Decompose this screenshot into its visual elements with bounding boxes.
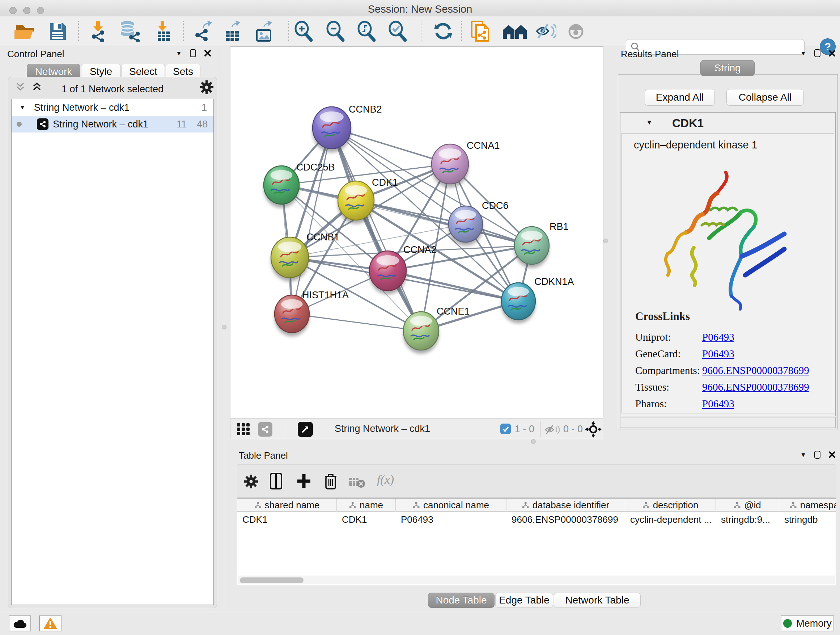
float-panel-icon[interactable]: ▼ <box>176 50 182 57</box>
cell-id: stringdb:9... <box>716 512 779 527</box>
expand-all-button[interactable]: Expand All <box>645 89 715 106</box>
save-session-button[interactable] <box>49 17 66 45</box>
column-label: description <box>653 500 699 511</box>
network-node-CCNB1[interactable] <box>271 237 309 281</box>
node-label-CCNA1: CCNA1 <box>467 140 500 151</box>
node-label-CCNE1: CCNE1 <box>437 306 470 317</box>
add-column-icon[interactable] <box>297 473 311 489</box>
network-node-CDKN1A[interactable] <box>501 283 535 323</box>
network-node-HIST1H1A[interactable] <box>275 295 309 336</box>
home-button[interactable] <box>502 17 527 45</box>
close-panel-icon[interactable] <box>829 451 836 458</box>
tab-string-results[interactable]: String <box>700 60 755 76</box>
column-header[interactable]: description <box>625 499 716 511</box>
tab-network-table[interactable]: Network Table <box>554 593 641 608</box>
selected-nodes-checkbox[interactable] <box>500 424 511 434</box>
node-table[interactable]: shared name name canonical name database… <box>237 498 836 585</box>
current-network-dot-icon <box>17 122 22 127</box>
tree-expand-caret-icon[interactable]: ▼ <box>19 104 25 111</box>
attribute-icon <box>790 502 797 509</box>
splitter-handle[interactable] <box>531 439 536 444</box>
crosslink-uniprot-link[interactable]: P06493 <box>702 331 734 343</box>
zoom-out-button[interactable] <box>325 17 346 45</box>
show-panels-button[interactable] <box>567 17 585 45</box>
zoom-selected-icon <box>388 21 408 42</box>
crosslink-genecard-link[interactable]: P06493 <box>702 348 734 360</box>
network-node-CCNA2[interactable] <box>369 251 406 295</box>
network-graph[interactable]: CCNB2CCNA1CDC25BCDK1CDC6RB1CCNB1CCNA2CDK… <box>231 47 603 418</box>
export-network-button[interactable] <box>193 17 213 45</box>
zoom-selected-button[interactable] <box>388 17 408 45</box>
table-hscrollbar[interactable] <box>238 576 835 584</box>
zoom-fit-button[interactable] <box>357 17 377 45</box>
network-node-RB1[interactable] <box>515 226 549 268</box>
crosslink-pharos-link[interactable]: P06493 <box>702 398 734 410</box>
collapse-all-button[interactable]: Collapse All <box>726 89 804 106</box>
splitter-handle[interactable] <box>222 325 226 329</box>
clone-network-button[interactable] <box>470 17 491 45</box>
crosslink-tissues-link[interactable]: 9606.ENSP00000378699 <box>702 381 809 393</box>
float-panel-icon[interactable]: ▼ <box>800 50 806 57</box>
detach-view-icon[interactable] <box>298 422 313 437</box>
tab-edge-table[interactable]: Edge Table <box>495 593 553 608</box>
table-hscrollbar-thumb[interactable] <box>240 578 303 583</box>
network-node-CDC25B[interactable] <box>264 166 299 208</box>
network-collection-row[interactable]: ▼ String Network – cdk1 1 <box>11 99 213 116</box>
collapse-protein-caret-icon[interactable]: ▼ <box>646 119 653 126</box>
memory-button[interactable]: Memory <box>781 616 834 631</box>
show-columns-icon[interactable] <box>270 473 282 489</box>
import-network-button[interactable] <box>88 17 109 45</box>
network-node-CCNA1[interactable] <box>431 144 469 187</box>
network-node-CDC6[interactable] <box>448 206 483 246</box>
zoom-in-icon <box>294 21 314 42</box>
import-table-button[interactable] <box>153 17 173 45</box>
cloud-status-button[interactable] <box>9 616 31 631</box>
import-network-from-database-button[interactable] <box>118 17 141 45</box>
network-options-gear-icon[interactable] <box>199 80 214 95</box>
table-row[interactable]: CDK1 CDK1 P06493 9606.ENSP00000378699 cy… <box>237 512 836 527</box>
export-table-icon <box>223 21 242 42</box>
undock-panel-icon[interactable] <box>190 49 196 57</box>
undock-panel-icon[interactable] <box>814 49 821 57</box>
toolbar-divider <box>461 21 462 41</box>
table-settings-gear-icon[interactable] <box>244 474 258 489</box>
navigator-crosshair-icon[interactable] <box>585 421 602 438</box>
birdseye-grid-icon[interactable] <box>237 423 250 435</box>
export-table-button[interactable] <box>223 17 242 45</box>
column-header[interactable]: @id <box>716 499 779 511</box>
column-header[interactable]: database identifier <box>507 499 625 511</box>
warning-icon <box>44 618 57 629</box>
network-node-CCNB2[interactable] <box>313 107 351 152</box>
close-panel-icon[interactable] <box>204 50 211 57</box>
hide-panels-button[interactable] <box>535 17 556 45</box>
column-header[interactable]: shared name <box>237 499 337 511</box>
network-canvas[interactable]: CCNB2CCNA1CDC25BCDK1CDC6RB1CCNB1CCNA2CDK… <box>230 46 603 418</box>
column-label: namespace <box>800 500 836 511</box>
node-label-CCNB2: CCNB2 <box>349 104 382 115</box>
column-header[interactable]: name <box>337 499 396 511</box>
network-node-CDK1[interactable] <box>338 181 374 224</box>
float-panel-icon[interactable]: ▼ <box>800 452 806 458</box>
undock-panel-icon[interactable] <box>814 451 821 459</box>
results-scrollbar-track[interactable] <box>620 417 836 428</box>
column-header[interactable]: canonical name <box>396 499 507 511</box>
close-panel-icon[interactable] <box>829 50 836 57</box>
crosslink-compartments-link[interactable]: 9606.ENSP00000378699 <box>702 364 809 377</box>
string-view-badge-icon[interactable] <box>258 422 272 437</box>
warning-status-button[interactable] <box>39 616 62 631</box>
network-collection-label: String Network – cdk1 <box>34 102 129 113</box>
export-image-button[interactable] <box>254 17 274 45</box>
zoom-fit-icon <box>357 21 377 42</box>
refresh-button[interactable] <box>433 17 453 45</box>
toolbar-divider <box>78 21 79 41</box>
hidden-items-eye-icon <box>545 424 560 435</box>
delete-column-icon[interactable] <box>324 473 337 489</box>
splitter-handle[interactable] <box>603 239 608 243</box>
export-network-icon <box>193 21 213 42</box>
network-node-CCNE1[interactable] <box>403 312 439 354</box>
network-row-selected[interactable]: String Network – cdk1 11 48 <box>11 116 213 133</box>
tab-node-table[interactable]: Node Table <box>428 593 494 608</box>
column-header[interactable]: namespace <box>779 499 836 511</box>
open-session-button[interactable] <box>14 17 36 45</box>
zoom-in-button[interactable] <box>294 17 314 45</box>
